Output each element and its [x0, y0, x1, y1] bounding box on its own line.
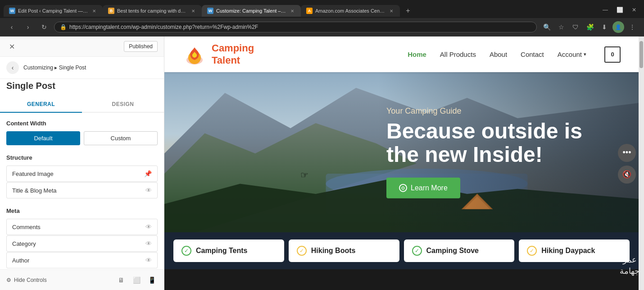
address-bar[interactable]: 🔒 https://campingtalent.com/wp-admin/cus… [54, 22, 537, 32]
gear-icon: ⚙ [6, 277, 11, 283]
page-title: Single Post [6, 81, 158, 91]
cart-button[interactable]: 0 [604, 46, 621, 63]
minimize-button[interactable]: — [599, 4, 612, 16]
category-hiking-daypack[interactable]: ✓ Hiking Daypack [519, 239, 630, 262]
learn-more-icon: ⚙ [399, 184, 407, 192]
new-tab-button[interactable]: + [402, 5, 414, 17]
learn-more-button[interactable]: ⚙ Learn More [386, 178, 460, 198]
tab-3[interactable]: W Customize: Camping Talent – Ev... ✕ [202, 5, 301, 17]
tab-1-close[interactable]: ✕ [91, 8, 97, 14]
tablet-device-button[interactable]: ⬜ [131, 274, 142, 286]
nav-home[interactable]: Home [408, 51, 426, 58]
nav-account[interactable]: Account ▾ [558, 51, 586, 58]
tab-4-title: Amazon.com Associates Central... [315, 8, 385, 14]
hero-section: Your Camping Guide Because outside is th… [164, 72, 639, 232]
comments-item[interactable]: Comments 👁 [6, 219, 158, 235]
scrollbar-thumb[interactable] [639, 41, 643, 68]
tab-2-close[interactable]: ✕ [190, 8, 196, 14]
page-title-area: Single Post [0, 79, 164, 97]
tab-2-favicon: B [108, 8, 114, 14]
published-button[interactable]: Published [124, 41, 158, 52]
category-camping-tents[interactable]: ✓ Camping Tents [173, 239, 284, 262]
back-to-customizing-button[interactable]: ‹ [6, 61, 19, 74]
side-mute-button[interactable]: 🔇 [618, 166, 636, 184]
site-logo[interactable]: Camping Talent [182, 42, 254, 67]
side-more-button[interactable]: ••• [618, 144, 636, 162]
browser-tabs: W Edit Post ‹ Camping Talent — W... ✕ B … [0, 0, 644, 18]
eye-icon-author[interactable]: 👁 [145, 257, 152, 264]
tab-4[interactable]: A Amazon.com Associates Central... ✕ [301, 5, 400, 17]
default-width-button[interactable]: Default [6, 131, 80, 145]
tab-2[interactable]: B Best tents for camping with dog... ✕ [103, 5, 202, 17]
left-panel: ✕ Published ‹ Customizing ▸ Single Post … [0, 37, 164, 290]
featured-image-item[interactable]: Featured Image 📌 [6, 166, 158, 182]
scrollbar-track[interactable] [639, 37, 644, 290]
bookmark-icon[interactable]: ☆ [555, 21, 567, 33]
back-button[interactable]: ‹ [5, 21, 18, 33]
site-nav: Home All Products About Contact Account … [408, 46, 621, 63]
eye-icon-title[interactable]: 👁 [145, 187, 152, 194]
tab-3-title: Customize: Camping Talent – Ev... [216, 8, 286, 14]
logo-flame-icon [182, 42, 207, 67]
website-scroll: Camping Talent Home All Products About C… [164, 37, 639, 290]
restore-button[interactable]: ⬜ [613, 4, 626, 16]
breadcrumb-area: ‹ Customizing ▸ Single Post [0, 57, 164, 79]
hiking-daypack-check-icon: ✓ [527, 246, 537, 256]
hero-title: Because outside is the new Inside! [386, 119, 603, 167]
close-window-button[interactable]: ✕ [628, 4, 640, 16]
nav-contact[interactable]: Contact [521, 51, 544, 58]
hero-content: Your Camping Guide Because outside is th… [386, 106, 603, 198]
pin-icon[interactable]: 📌 [144, 170, 152, 177]
panel-close-button[interactable]: ✕ [6, 41, 17, 52]
menu-icon[interactable]: ⋮ [626, 21, 639, 33]
tab-1-title: Edit Post ‹ Camping Talent — W... [18, 8, 88, 14]
category-item[interactable]: Category 👁 [6, 235, 158, 252]
tab-general[interactable]: General [0, 97, 82, 113]
shield-icon[interactable]: 🛡 [569, 21, 582, 33]
categories-section: ✓ Camping Tents ✓ Hiking Boots ✓ Camping… [164, 232, 639, 269]
breadcrumb: Customizing ▸ Single Post [23, 64, 86, 71]
toolbar-icons: 🔍 ☆ 🛡 🧩 ⬇ 👤 ⋮ [540, 21, 639, 33]
main-layout: ✕ Published ‹ Customizing ▸ Single Post … [0, 37, 644, 290]
hiking-daypack-label: Hiking Daypack [541, 247, 595, 255]
author-item[interactable]: Author 👁 [6, 252, 158, 268]
meta-label: Meta [6, 207, 158, 214]
category-hiking-boots[interactable]: ✓ Hiking Boots [289, 239, 399, 262]
tab-1[interactable]: W Edit Post ‹ Camping Talent — W... ✕ [4, 5, 103, 17]
nav-about[interactable]: About [490, 51, 507, 58]
hiking-boots-check-icon: ✓ [297, 246, 307, 256]
forward-button[interactable]: › [22, 21, 34, 33]
title-blog-meta-item[interactable]: Title & Blog Meta 👁 [6, 182, 158, 198]
desktop-device-button[interactable]: 🖥 [115, 274, 127, 286]
camping-tents-label: Camping Tents [196, 247, 247, 255]
tab-4-close[interactable]: ✕ [388, 8, 395, 14]
panel-tabs: General Design [0, 97, 164, 113]
panel-header: ✕ Published [0, 37, 164, 57]
profile-icon[interactable]: 👤 [612, 21, 624, 33]
site-header: Camping Talent Home All Products About C… [164, 37, 639, 72]
downloads-icon[interactable]: ⬇ [598, 21, 611, 33]
category-camping-stove[interactable]: ✓ Camping Stove [404, 239, 515, 262]
browser-toolbar: ‹ › ↻ 🔒 https://campingtalent.com/wp-adm… [0, 18, 644, 36]
device-icons: 🖥 ⬜ 📱 [115, 274, 158, 286]
content-width-buttons: Default Custom [6, 131, 158, 145]
panel-footer: ⚙ Hide Controls 🖥 ⬜ 📱 [0, 269, 164, 290]
mobile-device-button[interactable]: 📱 [146, 274, 158, 286]
refresh-button[interactable]: ↻ [38, 21, 50, 33]
eye-icon-comments[interactable]: 👁 [145, 223, 152, 230]
panel-content: Content Width Default Custom Structure F… [0, 113, 164, 269]
camping-stove-check-icon: ✓ [412, 246, 422, 256]
extensions-icon[interactable]: 🧩 [584, 21, 596, 33]
logo-text: Camping Talent [212, 42, 254, 66]
content-width-label: Content Width [6, 120, 158, 127]
tab-3-close[interactable]: ✕ [289, 8, 295, 14]
camping-tents-check-icon: ✓ [181, 246, 191, 256]
website-preview: Camping Talent Home All Products About C… [164, 37, 644, 290]
tab-design[interactable]: Design [82, 97, 164, 112]
eye-icon-category[interactable]: 👁 [145, 240, 152, 247]
search-icon[interactable]: 🔍 [540, 21, 553, 33]
camping-stove-label: Camping Stove [426, 247, 479, 255]
custom-width-button[interactable]: Custom [84, 131, 158, 145]
nav-all-products[interactable]: All Products [440, 51, 476, 58]
hide-controls-button[interactable]: ⚙ Hide Controls [6, 277, 47, 283]
